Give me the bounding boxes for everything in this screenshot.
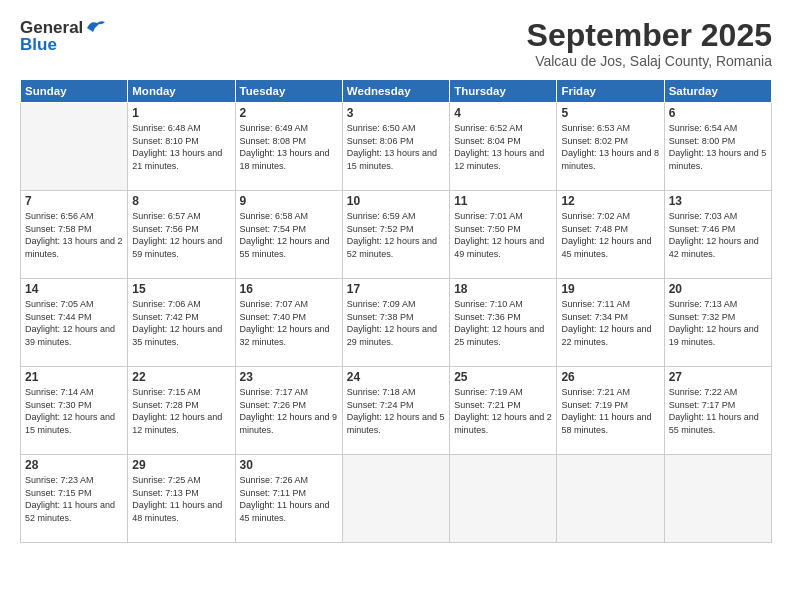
header: General Blue September 2025 Valcau de Jo… [20, 18, 772, 69]
calendar-cell: 28Sunrise: 7:23 AMSunset: 7:15 PMDayligh… [21, 455, 128, 543]
calendar-cell: 25Sunrise: 7:19 AMSunset: 7:21 PMDayligh… [450, 367, 557, 455]
location-title: Valcau de Jos, Salaj County, Romania [527, 53, 772, 69]
calendar-cell: 6Sunrise: 6:54 AMSunset: 8:00 PMDaylight… [664, 103, 771, 191]
week-row-0: 1Sunrise: 6:48 AMSunset: 8:10 PMDaylight… [21, 103, 772, 191]
day-number: 3 [347, 106, 445, 120]
calendar-cell: 9Sunrise: 6:58 AMSunset: 7:54 PMDaylight… [235, 191, 342, 279]
day-detail: Sunrise: 6:56 AMSunset: 7:58 PMDaylight:… [25, 210, 123, 260]
day-detail: Sunrise: 6:50 AMSunset: 8:06 PMDaylight:… [347, 122, 445, 172]
day-number: 4 [454, 106, 552, 120]
day-detail: Sunrise: 7:17 AMSunset: 7:26 PMDaylight:… [240, 386, 338, 436]
logo-blue: Blue [20, 35, 57, 55]
day-detail: Sunrise: 7:19 AMSunset: 7:21 PMDaylight:… [454, 386, 552, 436]
calendar-cell: 3Sunrise: 6:50 AMSunset: 8:06 PMDaylight… [342, 103, 449, 191]
day-number: 14 [25, 282, 123, 296]
day-number: 25 [454, 370, 552, 384]
calendar-cell: 7Sunrise: 6:56 AMSunset: 7:58 PMDaylight… [21, 191, 128, 279]
day-detail: Sunrise: 6:54 AMSunset: 8:00 PMDaylight:… [669, 122, 767, 172]
day-detail: Sunrise: 7:26 AMSunset: 7:11 PMDaylight:… [240, 474, 338, 524]
week-row-1: 7Sunrise: 6:56 AMSunset: 7:58 PMDaylight… [21, 191, 772, 279]
logo: General Blue [20, 18, 107, 55]
logo-bird-icon [85, 18, 107, 36]
day-number: 27 [669, 370, 767, 384]
calendar-cell [664, 455, 771, 543]
calendar-cell [557, 455, 664, 543]
day-number: 15 [132, 282, 230, 296]
calendar-cell: 20Sunrise: 7:13 AMSunset: 7:32 PMDayligh… [664, 279, 771, 367]
page: General Blue September 2025 Valcau de Jo… [0, 0, 792, 612]
day-number: 20 [669, 282, 767, 296]
weekday-header-friday: Friday [557, 80, 664, 103]
day-detail: Sunrise: 7:15 AMSunset: 7:28 PMDaylight:… [132, 386, 230, 436]
day-detail: Sunrise: 7:10 AMSunset: 7:36 PMDaylight:… [454, 298, 552, 348]
day-detail: Sunrise: 6:52 AMSunset: 8:04 PMDaylight:… [454, 122, 552, 172]
day-number: 17 [347, 282, 445, 296]
day-detail: Sunrise: 6:48 AMSunset: 8:10 PMDaylight:… [132, 122, 230, 172]
day-number: 7 [25, 194, 123, 208]
day-number: 18 [454, 282, 552, 296]
day-detail: Sunrise: 7:01 AMSunset: 7:50 PMDaylight:… [454, 210, 552, 260]
day-number: 1 [132, 106, 230, 120]
day-detail: Sunrise: 7:02 AMSunset: 7:48 PMDaylight:… [561, 210, 659, 260]
calendar-cell: 17Sunrise: 7:09 AMSunset: 7:38 PMDayligh… [342, 279, 449, 367]
day-number: 23 [240, 370, 338, 384]
calendar-cell [342, 455, 449, 543]
calendar-cell: 15Sunrise: 7:06 AMSunset: 7:42 PMDayligh… [128, 279, 235, 367]
day-detail: Sunrise: 7:22 AMSunset: 7:17 PMDaylight:… [669, 386, 767, 436]
day-detail: Sunrise: 7:23 AMSunset: 7:15 PMDaylight:… [25, 474, 123, 524]
day-detail: Sunrise: 7:06 AMSunset: 7:42 PMDaylight:… [132, 298, 230, 348]
calendar-cell: 1Sunrise: 6:48 AMSunset: 8:10 PMDaylight… [128, 103, 235, 191]
day-detail: Sunrise: 6:57 AMSunset: 7:56 PMDaylight:… [132, 210, 230, 260]
day-number: 13 [669, 194, 767, 208]
calendar-cell: 14Sunrise: 7:05 AMSunset: 7:44 PMDayligh… [21, 279, 128, 367]
day-number: 10 [347, 194, 445, 208]
day-number: 8 [132, 194, 230, 208]
calendar-cell: 5Sunrise: 6:53 AMSunset: 8:02 PMDaylight… [557, 103, 664, 191]
calendar-cell: 18Sunrise: 7:10 AMSunset: 7:36 PMDayligh… [450, 279, 557, 367]
week-row-4: 28Sunrise: 7:23 AMSunset: 7:15 PMDayligh… [21, 455, 772, 543]
day-number: 22 [132, 370, 230, 384]
day-number: 29 [132, 458, 230, 472]
weekday-header-thursday: Thursday [450, 80, 557, 103]
day-detail: Sunrise: 6:53 AMSunset: 8:02 PMDaylight:… [561, 122, 659, 172]
calendar-cell: 26Sunrise: 7:21 AMSunset: 7:19 PMDayligh… [557, 367, 664, 455]
weekday-header-wednesday: Wednesday [342, 80, 449, 103]
day-number: 21 [25, 370, 123, 384]
calendar-cell: 23Sunrise: 7:17 AMSunset: 7:26 PMDayligh… [235, 367, 342, 455]
calendar-cell: 2Sunrise: 6:49 AMSunset: 8:08 PMDaylight… [235, 103, 342, 191]
calendar-cell: 27Sunrise: 7:22 AMSunset: 7:17 PMDayligh… [664, 367, 771, 455]
day-detail: Sunrise: 7:14 AMSunset: 7:30 PMDaylight:… [25, 386, 123, 436]
day-number: 6 [669, 106, 767, 120]
calendar-cell: 16Sunrise: 7:07 AMSunset: 7:40 PMDayligh… [235, 279, 342, 367]
day-number: 12 [561, 194, 659, 208]
day-detail: Sunrise: 7:18 AMSunset: 7:24 PMDaylight:… [347, 386, 445, 436]
calendar-cell: 30Sunrise: 7:26 AMSunset: 7:11 PMDayligh… [235, 455, 342, 543]
calendar-cell: 21Sunrise: 7:14 AMSunset: 7:30 PMDayligh… [21, 367, 128, 455]
day-detail: Sunrise: 6:49 AMSunset: 8:08 PMDaylight:… [240, 122, 338, 172]
day-number: 26 [561, 370, 659, 384]
day-detail: Sunrise: 6:58 AMSunset: 7:54 PMDaylight:… [240, 210, 338, 260]
week-row-2: 14Sunrise: 7:05 AMSunset: 7:44 PMDayligh… [21, 279, 772, 367]
day-detail: Sunrise: 7:05 AMSunset: 7:44 PMDaylight:… [25, 298, 123, 348]
week-row-3: 21Sunrise: 7:14 AMSunset: 7:30 PMDayligh… [21, 367, 772, 455]
day-number: 19 [561, 282, 659, 296]
title-section: September 2025 Valcau de Jos, Salaj Coun… [527, 18, 772, 69]
day-detail: Sunrise: 7:03 AMSunset: 7:46 PMDaylight:… [669, 210, 767, 260]
day-detail: Sunrise: 7:21 AMSunset: 7:19 PMDaylight:… [561, 386, 659, 436]
calendar-cell: 12Sunrise: 7:02 AMSunset: 7:48 PMDayligh… [557, 191, 664, 279]
day-detail: Sunrise: 7:13 AMSunset: 7:32 PMDaylight:… [669, 298, 767, 348]
weekday-header-monday: Monday [128, 80, 235, 103]
calendar-cell [21, 103, 128, 191]
calendar-cell: 29Sunrise: 7:25 AMSunset: 7:13 PMDayligh… [128, 455, 235, 543]
calendar-cell: 10Sunrise: 6:59 AMSunset: 7:52 PMDayligh… [342, 191, 449, 279]
weekday-header-row: SundayMondayTuesdayWednesdayThursdayFrid… [21, 80, 772, 103]
calendar-cell: 4Sunrise: 6:52 AMSunset: 8:04 PMDaylight… [450, 103, 557, 191]
day-detail: Sunrise: 7:09 AMSunset: 7:38 PMDaylight:… [347, 298, 445, 348]
day-number: 5 [561, 106, 659, 120]
day-number: 24 [347, 370, 445, 384]
calendar-cell: 8Sunrise: 6:57 AMSunset: 7:56 PMDaylight… [128, 191, 235, 279]
day-detail: Sunrise: 7:11 AMSunset: 7:34 PMDaylight:… [561, 298, 659, 348]
calendar-cell: 24Sunrise: 7:18 AMSunset: 7:24 PMDayligh… [342, 367, 449, 455]
weekday-header-sunday: Sunday [21, 80, 128, 103]
calendar-cell: 11Sunrise: 7:01 AMSunset: 7:50 PMDayligh… [450, 191, 557, 279]
